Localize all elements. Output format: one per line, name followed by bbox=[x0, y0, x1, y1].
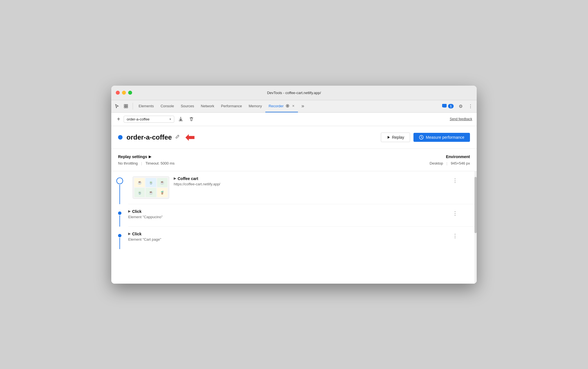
recording-selector[interactable]: order-a-coffee ▾ bbox=[124, 116, 174, 123]
thumb-cell-3: ☕ bbox=[157, 178, 168, 187]
steps-container: ☕ 🍵 ☕ 🍵 ☕ 🧋 ▶ Coffee cart bbox=[111, 171, 477, 284]
timeline-connector-1 bbox=[111, 171, 128, 204]
settings-icon[interactable]: ⚙ bbox=[457, 102, 464, 110]
timeout-value: Timeout: 5000 ms bbox=[145, 161, 175, 165]
recording-name-title: order-a-coffee bbox=[126, 133, 172, 141]
download-recording-button[interactable] bbox=[177, 115, 185, 123]
svg-marker-7 bbox=[388, 136, 390, 139]
recorder-tab-close[interactable]: ✕ bbox=[292, 104, 295, 108]
more-options-icon[interactable]: ⋮ bbox=[467, 102, 474, 110]
step-menu-button-2[interactable]: ⋮ bbox=[450, 209, 460, 218]
recording-status-dot bbox=[118, 135, 123, 140]
maximize-button[interactable] bbox=[128, 91, 132, 95]
chat-icon[interactable]: 1 bbox=[441, 102, 455, 110]
scrollbar-thumb[interactable] bbox=[474, 177, 477, 233]
window-title: DevTools - coffee-cart.netlify.app/ bbox=[267, 91, 321, 95]
svg-rect-1 bbox=[126, 104, 128, 106]
step-subtitle-1: https://coffee-cart.netlify.app/ bbox=[174, 182, 450, 186]
step-content-2: ▶ Click Element "Cappucino" ⋮ bbox=[128, 204, 477, 227]
thumb-cell-4: 🍵 bbox=[134, 188, 145, 197]
add-recording-button[interactable]: + bbox=[116, 115, 121, 124]
tab-recorder[interactable]: Recorder ✕ bbox=[265, 100, 298, 112]
timeline-connector-2 bbox=[111, 204, 128, 227]
red-arrow-annotation: ⬅ bbox=[185, 132, 195, 143]
throttle-value: No throttling bbox=[118, 161, 138, 165]
step-menu-button-3[interactable]: ⋮ bbox=[450, 232, 460, 240]
step-subtitle-2: Element "Cappucino" bbox=[128, 215, 450, 219]
environment-section: Environment Desktop | 945×546 px bbox=[430, 154, 470, 165]
settings-expand-icon[interactable]: ▶ bbox=[149, 155, 151, 159]
step-node-1 bbox=[116, 177, 123, 184]
step-expand-icon-2[interactable]: ▶ bbox=[128, 209, 130, 213]
measure-performance-button[interactable]: Measure performance bbox=[413, 133, 470, 142]
resolution-value: 945×546 px bbox=[451, 161, 470, 165]
pointer-icon[interactable] bbox=[114, 103, 120, 110]
step-title-2: ▶ Click bbox=[128, 209, 450, 214]
settings-bar: Replay settings ▶ No throttling | Timeou… bbox=[111, 149, 477, 171]
delete-recording-button[interactable] bbox=[187, 115, 196, 123]
replay-settings-section: Replay settings ▶ No throttling | Timeou… bbox=[118, 154, 175, 165]
step-title-3: ▶ Click bbox=[128, 232, 450, 236]
layers-icon[interactable] bbox=[123, 103, 129, 110]
step-title-1: ▶ Coffee cart bbox=[174, 176, 450, 181]
svg-point-5 bbox=[287, 105, 288, 107]
step-expand-icon-3[interactable]: ▶ bbox=[128, 232, 130, 236]
step-line-2 bbox=[119, 215, 120, 227]
tabs-right-actions: 1 ⚙ ⋮ bbox=[441, 102, 474, 110]
step-info-3: ▶ Click Element "Cart page" bbox=[128, 232, 450, 242]
svg-rect-3 bbox=[126, 106, 128, 108]
replay-button[interactable]: Replay bbox=[381, 133, 410, 142]
thumb-cell-5: ☕ bbox=[146, 188, 156, 197]
tab-icon-group bbox=[114, 103, 133, 110]
tab-performance[interactable]: Performance bbox=[218, 100, 245, 112]
step-subtitle-3: Element "Cart page" bbox=[128, 237, 450, 242]
close-button[interactable] bbox=[116, 91, 120, 95]
step-line-3 bbox=[119, 238, 120, 249]
step-node-3 bbox=[118, 234, 121, 237]
step-thumbnail-1: ☕ 🍵 ☕ 🍵 ☕ 🧋 bbox=[133, 176, 169, 199]
step-info-2: ▶ Click Element "Cappucino" bbox=[128, 209, 450, 219]
thumb-cell-6: 🧋 bbox=[157, 188, 168, 197]
thumb-cell-2: 🍵 bbox=[146, 178, 156, 187]
window-controls bbox=[116, 91, 132, 95]
selected-recording-name: order-a-coffee bbox=[127, 117, 150, 121]
tab-sources[interactable]: Sources bbox=[177, 100, 198, 112]
devtools-tab-bar: Elements Console Sources Network Perform… bbox=[111, 100, 477, 113]
step-expand-icon-1[interactable]: ▶ bbox=[174, 177, 176, 180]
step-line-1 bbox=[119, 185, 120, 204]
tab-more[interactable]: » bbox=[298, 100, 307, 112]
tab-console[interactable]: Console bbox=[157, 100, 177, 112]
header-actions: Replay Measure performance bbox=[381, 133, 470, 142]
tab-elements[interactable]: Elements bbox=[135, 100, 157, 112]
scrollbar[interactable] bbox=[474, 171, 477, 284]
table-row: ▶ Click Element "Cart page" ⋮ bbox=[111, 227, 477, 249]
table-row: ▶ Click Element "Cappucino" ⋮ bbox=[111, 204, 477, 227]
table-row: ☕ 🍵 ☕ 🍵 ☕ 🧋 ▶ Coffee cart bbox=[111, 171, 477, 204]
minimize-button[interactable] bbox=[122, 91, 126, 95]
recorder-toolbar: + order-a-coffee ▾ Send feedback bbox=[111, 113, 477, 126]
step-info-1: ▶ Coffee cart https://coffee-cart.netlif… bbox=[174, 176, 450, 186]
device-type: Desktop bbox=[430, 161, 443, 165]
thumb-cell-1: ☕ bbox=[134, 178, 145, 187]
step-content-3: ▶ Click Element "Cart page" ⋮ bbox=[128, 227, 477, 249]
environment-title: Environment bbox=[430, 154, 470, 159]
recording-header: order-a-coffee ⬅ Replay bbox=[111, 126, 477, 149]
svg-rect-0 bbox=[124, 104, 126, 106]
chevron-down-icon: ▾ bbox=[169, 117, 171, 121]
step-node-2 bbox=[118, 211, 121, 215]
devtools-window: DevTools - coffee-cart.netlify.app/ Elem… bbox=[111, 86, 477, 284]
step-content-1: ☕ 🍵 ☕ 🍵 ☕ 🧋 ▶ Coffee cart bbox=[128, 171, 477, 204]
tab-memory[interactable]: Memory bbox=[245, 100, 265, 112]
svg-rect-2 bbox=[124, 106, 126, 108]
notification-badge: 1 bbox=[448, 104, 454, 108]
replay-settings-detail: No throttling | Timeout: 5000 ms bbox=[118, 161, 175, 165]
measure-button-label: Measure performance bbox=[426, 135, 464, 140]
timeline-connector-3 bbox=[111, 227, 128, 249]
replay-settings-title: Replay settings ▶ bbox=[118, 154, 175, 159]
edit-recording-name-button[interactable] bbox=[175, 135, 180, 140]
titlebar: DevTools - coffee-cart.netlify.app/ bbox=[111, 86, 477, 100]
send-feedback-button[interactable]: Send feedback bbox=[450, 117, 472, 121]
tab-network[interactable]: Network bbox=[198, 100, 218, 112]
environment-detail: Desktop | 945×546 px bbox=[430, 161, 470, 165]
step-menu-button-1[interactable]: ⋮ bbox=[450, 176, 460, 185]
